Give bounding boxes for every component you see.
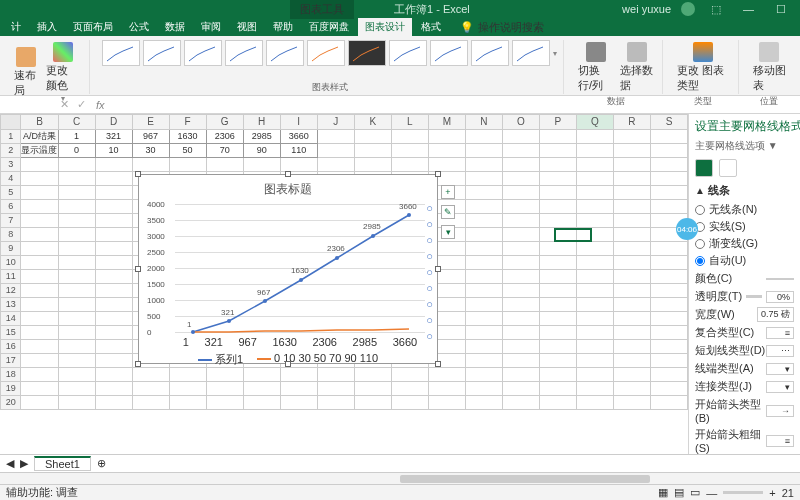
cell[interactable]: [21, 396, 58, 410]
col-header[interactable]: L: [392, 114, 429, 130]
cell[interactable]: [614, 354, 651, 368]
cell[interactable]: [318, 144, 355, 158]
row-header[interactable]: 11: [0, 270, 21, 284]
change-chart-type-button[interactable]: 更改 图表类型: [675, 40, 732, 95]
resize-handle[interactable]: [285, 171, 291, 177]
cell[interactable]: [503, 326, 540, 340]
cell[interactable]: [59, 368, 96, 382]
cell[interactable]: [540, 158, 577, 172]
cell[interactable]: [577, 130, 614, 144]
cell[interactable]: [21, 340, 58, 354]
tab-insert[interactable]: 插入: [30, 18, 64, 36]
cell[interactable]: [59, 256, 96, 270]
cell[interactable]: [170, 382, 207, 396]
add-sheet-button[interactable]: ⊕: [97, 457, 106, 470]
cell[interactable]: [466, 242, 503, 256]
cell[interactable]: [614, 312, 651, 326]
row-header[interactable]: 7: [0, 214, 21, 228]
cell[interactable]: [503, 354, 540, 368]
cell[interactable]: [244, 158, 281, 172]
row-header[interactable]: 4: [0, 172, 21, 186]
col-header[interactable]: S: [651, 114, 688, 130]
resize-handle[interactable]: [435, 361, 441, 367]
cell[interactable]: [96, 298, 133, 312]
cell[interactable]: [466, 340, 503, 354]
opacity-row[interactable]: 透明度(T)0%: [695, 289, 794, 304]
cell[interactable]: [651, 186, 688, 200]
row-header[interactable]: 3: [0, 158, 21, 172]
tab-chart-design[interactable]: 图表设计: [358, 18, 412, 36]
cell[interactable]: 110: [281, 144, 318, 158]
cell[interactable]: [651, 326, 688, 340]
cell[interactable]: [577, 144, 614, 158]
cell[interactable]: [577, 354, 614, 368]
cell[interactable]: [21, 354, 58, 368]
cell[interactable]: [429, 130, 466, 144]
resize-handle[interactable]: [135, 171, 141, 177]
cell[interactable]: [466, 284, 503, 298]
view-break-icon[interactable]: ▭: [690, 486, 700, 499]
cell[interactable]: 30: [133, 144, 170, 158]
cell[interactable]: [540, 172, 577, 186]
pane-subtitle[interactable]: 主要网格线选项 ▼: [695, 139, 794, 153]
cell[interactable]: [466, 382, 503, 396]
horizontal-scrollbar[interactable]: [0, 472, 800, 484]
cell[interactable]: [577, 242, 614, 256]
row-header[interactable]: 13: [0, 298, 21, 312]
resize-handle[interactable]: [135, 266, 141, 272]
color-row[interactable]: 颜色(C): [695, 271, 794, 286]
ribbon-options-icon[interactable]: ⬚: [705, 3, 727, 16]
chart-style-7[interactable]: [348, 40, 386, 66]
cell[interactable]: [318, 396, 355, 410]
cell[interactable]: [651, 158, 688, 172]
cell[interactable]: [577, 312, 614, 326]
cell[interactable]: [96, 284, 133, 298]
radio-auto[interactable]: 自动(U): [695, 253, 794, 268]
cell[interactable]: [21, 284, 58, 298]
cell[interactable]: [96, 270, 133, 284]
col-header[interactable]: Q: [577, 114, 614, 130]
col-header[interactable]: R: [614, 114, 651, 130]
cell[interactable]: [577, 256, 614, 270]
cell[interactable]: [21, 270, 58, 284]
cell[interactable]: [96, 382, 133, 396]
cell[interactable]: [21, 242, 58, 256]
chart-elements-button[interactable]: +: [441, 185, 455, 199]
col-header[interactable]: G: [207, 114, 244, 130]
cell[interactable]: [429, 368, 466, 382]
cell[interactable]: [392, 144, 429, 158]
cell[interactable]: [21, 312, 58, 326]
row-header[interactable]: 9: [0, 242, 21, 256]
cell[interactable]: [540, 144, 577, 158]
cell[interactable]: [281, 158, 318, 172]
cell[interactable]: [466, 200, 503, 214]
cell[interactable]: [21, 228, 58, 242]
cell[interactable]: [429, 144, 466, 158]
tab-help[interactable]: 帮助: [266, 18, 300, 36]
cell[interactable]: [540, 354, 577, 368]
cell[interactable]: [21, 214, 58, 228]
sheet-area[interactable]: B C D E F G H I J K L M N O P Q R S 1A/D…: [0, 114, 688, 454]
col-header[interactable]: D: [96, 114, 133, 130]
col-header[interactable]: B: [21, 114, 58, 130]
cell[interactable]: [244, 382, 281, 396]
cap-row[interactable]: 线端类型(A)▾: [695, 361, 794, 376]
cell[interactable]: [355, 144, 392, 158]
row-header[interactable]: 17: [0, 354, 21, 368]
row-header[interactable]: 12: [0, 284, 21, 298]
chart-style-4[interactable]: [225, 40, 263, 66]
chart-style-9[interactable]: [430, 40, 468, 66]
cell[interactable]: 2306: [207, 130, 244, 144]
cell[interactable]: [614, 158, 651, 172]
row-header[interactable]: 5: [0, 186, 21, 200]
cell[interactable]: [21, 298, 58, 312]
tab-nav-next[interactable]: ▶: [20, 457, 28, 470]
cell[interactable]: [59, 326, 96, 340]
cell[interactable]: [577, 368, 614, 382]
cell[interactable]: [466, 158, 503, 172]
col-header[interactable]: I: [281, 114, 318, 130]
cell[interactable]: [392, 396, 429, 410]
cell[interactable]: [59, 312, 96, 326]
cell[interactable]: [651, 312, 688, 326]
cell[interactable]: [503, 340, 540, 354]
